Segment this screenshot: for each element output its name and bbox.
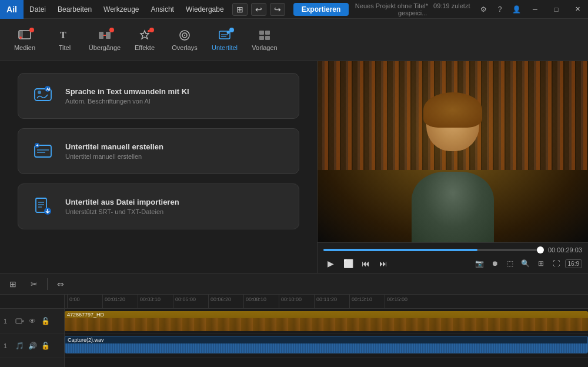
help-icon[interactable]: ? [493,2,507,16]
video-clip-label: 472867797_HD [65,311,588,318]
video-track-row: 472867797_HD [65,309,588,333]
prev-frame-button[interactable]: ⏮ [359,256,373,271]
fit-icon[interactable]: ⊞ [534,257,547,270]
manual-subtitle-option[interactable]: + Untertitel manuell erstellen Untertite… [18,128,299,174]
app-logo: Ail [0,0,24,19]
audio-track-lock[interactable]: 🔓 [40,341,51,351]
ai-speech-desc: Autom. Beschriftungen von AI [65,98,189,105]
tab-untertitel[interactable]: + Untertitel [205,22,245,58]
razor-btn[interactable]: ✂ [26,276,42,292]
import-subtitle-option[interactable]: Untertitel aus Datei importieren Unterst… [18,184,299,229]
menu-ansicht[interactable]: Ansicht [145,0,180,18]
tab-uebergaenge[interactable]: Übergänge [85,22,125,58]
video-clip[interactable]: 472867797_HD [65,311,588,331]
tab-titel[interactable]: T Titel [45,22,85,58]
audio-clip[interactable]: Capture(2).wav [65,336,588,353]
tab-vorlagen[interactable]: Vorlagen [245,22,285,58]
tab-uebergaenge-label: Übergänge [89,44,121,51]
controls-row: ▶ ⬜ ⏮ ⏭ 📷 ⏺ ⬚ 🔍 ⊞ ⛶ 16:9 [323,256,582,272]
playback-controls: ▶ ⬜ ⏮ ⏭ [323,256,390,271]
titel-icon: T [58,29,72,42]
effekte-badge [149,28,154,32]
video-track-header: 1 👁 🔓 [0,309,64,333]
track-num-2: 1 [4,342,12,349]
progress-bar[interactable] [323,249,543,251]
import-subtitle-title: Untertitel aus Datei importieren [65,198,179,206]
menu-bearbeiten[interactable]: Bearbeiten [52,0,98,18]
stop-button[interactable]: ⬜ [341,256,355,271]
content-area: AI Sprache in Text umwandeln mit KI Auto… [0,61,588,273]
fit-timeline-btn[interactable]: ⇔ [52,276,69,292]
svg-rect-16 [259,31,264,35]
svg-rect-5 [106,32,111,39]
svg-point-21 [38,91,41,94]
ratio-badge: 16:9 [565,259,582,268]
tab-effekte-label: Effekte [135,44,155,51]
preview-panel: 00:00:29:03 ▶ ⬜ ⏮ ⏭ 📷 ⏺ ⬚ 🔍 ⊞ ⛶ 16:9 [318,61,588,273]
fullscreen-icon[interactable]: ⛶ [550,257,563,270]
svg-rect-17 [265,31,270,35]
minimize-button[interactable]: ─ [526,0,544,19]
tab-medien[interactable]: Medien [5,22,45,58]
maximize-button[interactable]: □ [547,0,566,19]
titlebar: Ail Datei Bearbeiten Werkzeuge Ansicht W… [0,0,588,19]
menu-bar: Datei Bearbeiten Werkzeuge Ansicht Wiede… [24,0,230,18]
video-track-lock[interactable]: 🔓 [40,316,51,326]
menu-werkzeuge[interactable]: Werkzeuge [98,0,145,18]
next-frame-button[interactable]: ⏭ [376,256,390,271]
manual-subtitle-title: Untertitel manuell erstellen [65,142,163,151]
screenshot-icon[interactable]: 📷 [473,257,486,270]
svg-rect-18 [259,36,264,40]
ruler-mark-6: 00:10:00 [279,295,314,308]
left-panel: AI Sprache in Text umwandeln mit KI Auto… [0,61,318,273]
svg-text:AI: AI [46,87,51,91]
add-track-btn[interactable]: ⊞ [5,276,21,292]
track-num-1: 1 [4,318,12,325]
account-icon[interactable]: 👤 [509,2,523,16]
audio-clip-label: Capture(2).wav [65,336,587,343]
import-subtitle-icon [30,193,56,219]
menu-wiedergabe[interactable]: Wiedergabe [180,0,230,18]
close-button[interactable]: ✕ [568,0,587,19]
audio-waveform [65,343,587,353]
ruler-mark-3: 00:05:00 [173,295,208,308]
redo-btn[interactable]: ↪ [270,3,285,16]
right-controls: 📷 ⏺ ⬚ 🔍 ⊞ ⛶ 16:9 [473,257,582,270]
clip-thumbnails [65,318,588,331]
person-silhouette [394,89,512,242]
svg-rect-4 [99,32,103,39]
svg-point-10 [184,35,185,36]
ruler-mark-5: 00:08:10 [243,295,279,308]
crop-icon[interactable]: ⬚ [504,257,517,270]
svg-rect-34 [16,319,22,323]
layout-btn[interactable]: ⊞ [232,3,248,16]
progress-row: 00:00:29:03 [323,244,582,256]
tab-overlays-label: Overlays [172,44,197,51]
ai-speech-text: Sprache in Text umwandeln mit KI Autom. … [65,87,189,105]
undo-btn[interactable]: ↩ [251,3,266,16]
ai-speech-option[interactable]: AI Sprache in Text umwandeln mit KI Auto… [18,73,299,119]
timeline-toolbar: ⊞ ✂ ⇔ [0,273,588,295]
import-subtitle-text: Untertitel aus Datei importieren Unterst… [65,198,179,215]
tab-untertitel-label: Untertitel [212,44,238,51]
record-icon[interactable]: ⏺ [489,257,502,270]
tab-vorlagen-label: Vorlagen [252,44,277,51]
zoom-in-icon[interactable]: 🔍 [519,257,532,270]
timeline-tracks: 0:00 00:01:20 00:03:10 00:05:00 00:06:20… [65,295,588,367]
audio-track-volume[interactable]: 🔊 [27,341,38,351]
svg-text:T: T [60,30,66,40]
time-display: 00:00:29:03 [548,246,582,253]
progress-knob[interactable] [537,246,544,253]
medien-badge [29,28,34,32]
video-controls: 00:00:29:03 ▶ ⬜ ⏮ ⏭ 📷 ⏺ ⬚ 🔍 ⊞ ⛶ 16:9 [318,242,588,273]
tab-overlays[interactable]: Overlays [165,22,205,58]
export-button[interactable]: Exportieren [293,3,349,16]
toolbar-divider [47,278,48,290]
svg-marker-6 [141,31,149,39]
settings-icon[interactable]: ⚙ [476,2,490,16]
video-track-eye[interactable]: 👁 [27,316,38,326]
tab-effekte[interactable]: Effekte [125,22,165,58]
play-button[interactable]: ▶ [323,256,338,271]
manual-subtitle-icon: + [30,138,56,164]
menu-datei[interactable]: Datei [24,0,52,18]
